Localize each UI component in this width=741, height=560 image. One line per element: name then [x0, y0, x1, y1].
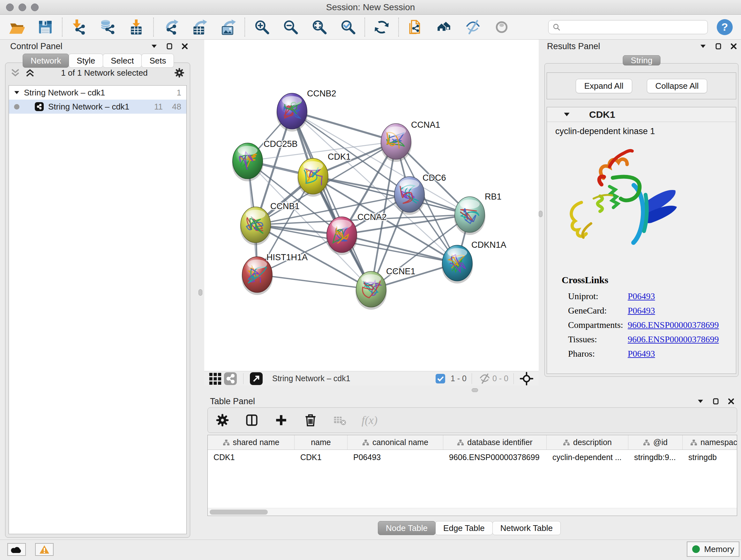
column-label: description [573, 438, 612, 447]
network-node-HIST1H1A[interactable]: HIST1H1A [242, 253, 308, 295]
network-list: String Network – cdk1 1 String Network –… [9, 85, 187, 534]
refresh-icon[interactable] [374, 19, 390, 36]
show-all-icon[interactable] [493, 19, 510, 36]
network-collection-row[interactable]: String Network – cdk1 1 [9, 85, 186, 100]
tab-string[interactable]: String [623, 55, 661, 65]
node-table[interactable]: shared namenamecanonical namedatabase id… [207, 435, 737, 516]
open-in-window-icon[interactable] [249, 371, 264, 386]
birds-eye-view-icon[interactable] [519, 371, 534, 386]
column-header--id[interactable]: @id [628, 435, 683, 449]
tab-node-table[interactable]: Node Table [378, 521, 435, 535]
network-edge[interactable] [257, 274, 371, 289]
zoom-in-icon[interactable] [253, 19, 270, 36]
right-splitter-handle[interactable] [539, 211, 542, 217]
import-network-icon[interactable] [71, 19, 87, 36]
crosslinks-title: CrossLinks [562, 274, 608, 286]
delete-column-trash-icon[interactable] [303, 413, 318, 428]
network-from-selection-icon[interactable] [407, 19, 424, 36]
network-node-CCNB2[interactable]: CCNB2 [276, 89, 336, 132]
network-node-CCNE1[interactable]: CCNE1 [355, 266, 415, 310]
left-splitter-handle[interactable] [199, 289, 202, 296]
scrollbar-thumb[interactable] [210, 509, 268, 515]
cloud-icon [11, 545, 22, 554]
table-cell: CDK1 [208, 450, 294, 464]
crosslink-label: GeneCard: [568, 306, 607, 316]
panel-float-icon[interactable] [716, 43, 721, 50]
search-box[interactable] [548, 20, 708, 34]
collapse-all-chevron-icon[interactable] [10, 68, 20, 77]
panel-float-icon[interactable] [166, 43, 172, 50]
column-header-canonical-name[interactable]: canonical name [347, 435, 443, 449]
expand-all-chevron-icon[interactable] [25, 68, 35, 77]
zoom-out-icon[interactable] [282, 19, 299, 36]
crosslink-link[interactable]: P06493 [628, 306, 655, 316]
open-session-icon[interactable] [8, 19, 25, 36]
panel-collapse-icon[interactable] [700, 44, 706, 48]
network-node-CDKN1A[interactable]: CDKN1A [442, 240, 507, 284]
panel-collapse-icon[interactable] [697, 399, 703, 403]
tab-style[interactable]: Style [69, 54, 103, 68]
export-image-icon[interactable] [219, 19, 236, 36]
column-label: namespace [700, 438, 737, 447]
help-button[interactable]: ? [717, 19, 733, 35]
function-builder-icon: f(x) [361, 414, 378, 427]
panel-close-icon[interactable] [731, 44, 737, 49]
tab-network-table[interactable]: Network Table [492, 521, 561, 535]
tab-sets[interactable]: Sets [141, 54, 174, 68]
export-network-icon[interactable] [162, 19, 179, 36]
crosslink-link[interactable]: 9606.ENSP00000378699 [628, 334, 719, 345]
column-header-shared-name[interactable]: shared name [208, 435, 294, 449]
gene-section-header[interactable]: CDK1 [547, 107, 736, 122]
gear-icon[interactable] [174, 67, 185, 78]
search-input[interactable] [561, 23, 704, 32]
crosslink-link[interactable]: P06493 [628, 291, 655, 301]
status-bar: Memory [0, 540, 741, 560]
bottom-splitter-handle[interactable] [472, 388, 478, 392]
table-row[interactable]: CDK1CDK1P064939606.ENSP00000378699cyclin… [208, 450, 737, 464]
save-session-icon[interactable] [37, 19, 54, 36]
network-node-RB1[interactable]: RB1 [454, 192, 502, 235]
column-header-namespace[interactable]: namespace [683, 435, 737, 449]
export-table-icon[interactable] [191, 19, 207, 36]
column-header-description[interactable]: description [547, 435, 628, 449]
panel-close-icon[interactable] [728, 398, 734, 404]
network-node-CDK1[interactable]: CDK1 [297, 152, 351, 197]
hide-selection-icon[interactable] [465, 19, 481, 36]
grid-view-icon[interactable] [207, 371, 223, 386]
import-database-icon[interactable] [99, 19, 116, 36]
section-collapse-triangle-icon[interactable] [563, 112, 570, 117]
network-share-view-icon[interactable] [223, 371, 238, 386]
cloud-status-button[interactable] [7, 543, 26, 556]
tab-edge-table[interactable]: Edge Table [435, 521, 493, 535]
crosslink-link[interactable]: P06493 [628, 349, 655, 359]
zoom-fit-icon[interactable] [311, 19, 327, 36]
network-collection-box: 1 of 1 Network selected String Network –… [5, 63, 190, 538]
panel-close-icon[interactable] [182, 44, 188, 49]
table-settings-gear-icon[interactable] [215, 413, 230, 428]
warning-status-button[interactable] [35, 543, 54, 556]
collapse-all-button[interactable]: Collapse All [647, 79, 708, 93]
tab-select[interactable]: Select [103, 54, 142, 68]
panel-collapse-icon[interactable] [151, 44, 157, 48]
zoom-selected-icon[interactable] [340, 19, 356, 36]
network-node-CDC6[interactable]: CDC6 [394, 173, 446, 215]
column-header-database-identifier[interactable]: database identifier [443, 435, 547, 449]
memory-button[interactable]: Memory [687, 542, 739, 557]
create-column-plus-icon[interactable] [273, 413, 289, 428]
crosslink-link[interactable]: 9606.ENSP00000378699 [628, 320, 719, 330]
first-neighbors-icon[interactable] [436, 19, 453, 36]
expand-all-button[interactable]: Expand All [576, 79, 632, 93]
network-edge[interactable] [292, 111, 396, 141]
table-horizontal-scrollbar[interactable] [208, 508, 737, 516]
network-edge[interactable] [292, 111, 371, 289]
selected-checkbox-icon[interactable] [433, 371, 448, 386]
column-header-name[interactable]: name [294, 435, 347, 449]
import-table-icon[interactable] [128, 19, 145, 36]
network-row[interactable]: String Network – cdk1 11 48 [9, 100, 186, 114]
panel-float-icon[interactable] [713, 398, 719, 405]
show-columns-icon[interactable] [244, 413, 259, 428]
tree-expand-triangle-icon[interactable] [14, 91, 19, 95]
network-canvas[interactable]: CCNB2 CCNA1 CDC25B CDK1 CDC6 RB1 CCNB1 [204, 40, 539, 371]
crosslink-label: Uniprot: [568, 291, 598, 301]
tab-network[interactable]: Network [23, 54, 69, 68]
